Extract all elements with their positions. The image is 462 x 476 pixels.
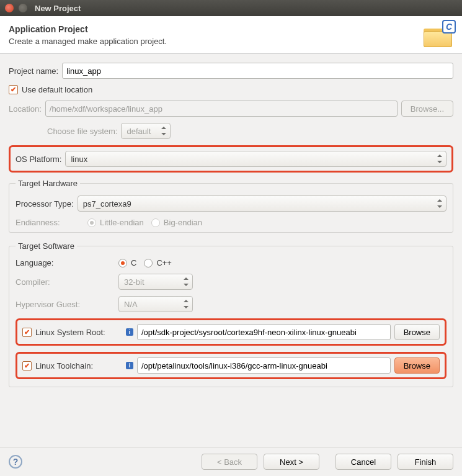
toolchain-input[interactable] bbox=[137, 357, 391, 374]
big-endian-radio bbox=[151, 218, 160, 227]
back-button: < Back bbox=[202, 454, 257, 470]
sysroot-highlight: Linux System Root: i Browse bbox=[16, 318, 446, 346]
toolchain-highlight: Linux Toolchain: i Browse bbox=[16, 352, 446, 379]
hypervisor-label: Hypervisor Guest: bbox=[16, 300, 115, 309]
project-name-label: Project name: bbox=[9, 66, 58, 76]
window-title: New Project bbox=[35, 4, 81, 13]
os-platform-dropdown[interactable]: linux bbox=[65, 151, 446, 167]
lang-cpp-radio[interactable] bbox=[144, 259, 153, 267]
sysroot-label: Linux System Root: bbox=[35, 328, 122, 337]
footer: ? < Back Next > Cancel Finish bbox=[0, 447, 462, 476]
info-icon: i bbox=[126, 328, 133, 336]
language-label: Language: bbox=[16, 258, 115, 267]
location-input bbox=[45, 101, 398, 117]
sysroot-browse-button[interactable]: Browse bbox=[394, 324, 440, 340]
project-name-input[interactable] bbox=[62, 63, 453, 79]
lang-c-label: C bbox=[131, 258, 136, 267]
finish-button[interactable]: Finish bbox=[398, 454, 453, 470]
os-platform-highlight: OS Platform: linux bbox=[9, 145, 453, 173]
os-platform-label: OS Platform: bbox=[16, 155, 61, 164]
use-default-location-checkbox[interactable] bbox=[9, 85, 18, 94]
toolchain-checkbox[interactable] bbox=[22, 361, 32, 370]
target-software-legend: Target Software bbox=[16, 241, 77, 251]
location-browse-button: Browse... bbox=[401, 101, 453, 117]
toolchain-label: Linux Toolchain: bbox=[35, 361, 122, 370]
target-hardware-legend: Target Hardware bbox=[16, 179, 80, 188]
processor-type-label: Processor Type: bbox=[16, 199, 74, 209]
processor-type-dropdown[interactable]: ps7_cortexa9 bbox=[78, 195, 446, 212]
choose-fs-label: Choose file system: bbox=[47, 127, 117, 136]
target-hardware-group: Target Hardware Processor Type: ps7_cort… bbox=[9, 179, 453, 233]
target-software-group: Target Software Language: C C++ Compiler… bbox=[9, 241, 453, 387]
cancel-button[interactable]: Cancel bbox=[335, 454, 391, 470]
fs-dropdown: default bbox=[121, 123, 171, 139]
info-icon: i bbox=[126, 362, 133, 369]
minimize-icon[interactable] bbox=[19, 4, 27, 12]
big-endian-label: Big-endian bbox=[164, 218, 202, 227]
titlebar: New Project bbox=[0, 0, 462, 16]
next-button[interactable]: Next > bbox=[264, 454, 319, 470]
hypervisor-dropdown: N/A bbox=[118, 296, 193, 312]
help-icon[interactable]: ? bbox=[9, 455, 22, 469]
banner-folder-icon: C bbox=[424, 22, 453, 47]
location-label: Location: bbox=[9, 104, 42, 114]
lang-cpp-label: C++ bbox=[156, 258, 172, 267]
close-icon[interactable] bbox=[5, 4, 14, 12]
little-endian-label: Little-endian bbox=[100, 218, 144, 227]
sysroot-checkbox[interactable] bbox=[22, 328, 32, 337]
lang-c-radio[interactable] bbox=[118, 259, 127, 267]
little-endian-radio bbox=[87, 218, 96, 227]
compiler-label: Compiler: bbox=[16, 277, 115, 287]
banner: Application Project Create a managed mak… bbox=[0, 16, 462, 54]
sysroot-input[interactable] bbox=[137, 324, 391, 340]
banner-heading: Application Project bbox=[9, 24, 167, 34]
banner-subtitle: Create a managed make application projec… bbox=[9, 37, 167, 46]
compiler-dropdown: 32-bit bbox=[118, 274, 193, 290]
toolchain-browse-button[interactable]: Browse bbox=[394, 357, 440, 374]
use-default-location-label: Use default location bbox=[22, 85, 92, 94]
endianness-label: Endianness: bbox=[16, 218, 84, 227]
